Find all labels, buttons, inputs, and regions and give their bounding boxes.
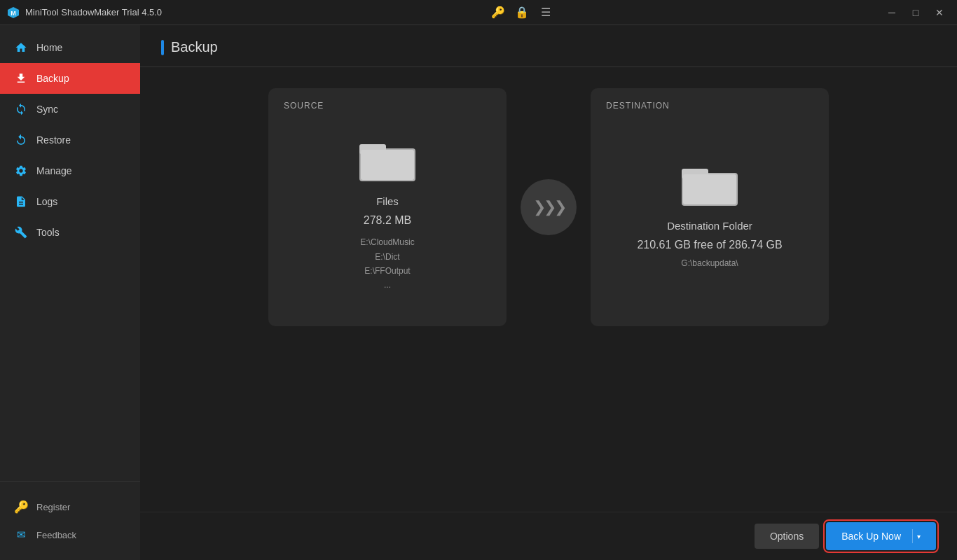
- backup-icon: [14, 71, 28, 85]
- destination-path: G:\backupdata\: [681, 258, 738, 268]
- register-icon: 🔑: [14, 500, 28, 514]
- source-name: Files: [376, 195, 399, 207]
- page-header: Backup: [140, 25, 957, 67]
- source-card[interactable]: SOURCE Files 278.2 MB E:\CloudMusic E:\D…: [268, 88, 507, 326]
- sidebar-item-sync-label: Sync: [36, 104, 58, 115]
- backup-cards: SOURCE Files 278.2 MB E:\CloudMusic E:\D…: [161, 88, 936, 326]
- bottom-bar: Options Back Up Now ▾: [140, 512, 957, 560]
- titlebar-left: M MiniTool ShadowMaker Trial 4.5.0: [7, 6, 162, 19]
- sidebar-item-restore[interactable]: Restore: [0, 125, 140, 155]
- dropdown-arrow-icon[interactable]: ▾: [917, 533, 921, 540]
- register-button[interactable]: 🔑 Register: [0, 493, 140, 521]
- destination-card[interactable]: DESTINATION Destination Folder 210.61 GB…: [591, 88, 829, 326]
- sync-icon: [14, 102, 28, 116]
- arrow-icon: ❯❯❯: [533, 198, 565, 216]
- app-title: MiniTool ShadowMaker Trial 4.5.0: [25, 7, 162, 18]
- backup-now-label: Back Up Now: [841, 531, 908, 542]
- source-path-2: E:\Dict: [360, 250, 414, 264]
- svg-text:M: M: [11, 10, 16, 17]
- maximize-button[interactable]: □: [905, 3, 926, 22]
- backup-area: SOURCE Files 278.2 MB E:\CloudMusic E:\D…: [140, 67, 957, 512]
- arrow-connector: ❯❯❯: [521, 179, 577, 235]
- svg-rect-7: [683, 174, 736, 204]
- source-path-1: E:\CloudMusic: [360, 235, 414, 249]
- sidebar-item-logs[interactable]: Logs: [0, 186, 140, 217]
- register-label: Register: [36, 502, 70, 512]
- minimize-button[interactable]: ─: [881, 3, 902, 22]
- source-label: SOURCE: [284, 101, 324, 111]
- window-controls: ─ □ ✕: [881, 3, 950, 22]
- destination-free: 210.61 GB free of 286.74 GB: [637, 239, 782, 251]
- titlebar-actions: 🔑 🔒 ☰: [488, 3, 556, 22]
- destination-name: Destination Folder: [667, 220, 752, 232]
- sidebar-item-home-label: Home: [36, 42, 62, 53]
- titlebar: M MiniTool ShadowMaker Trial 4.5.0 🔑 🔒 ☰…: [0, 0, 957, 25]
- source-size: 278.2 MB: [364, 214, 411, 227]
- page-title: Backup: [171, 39, 218, 55]
- sidebar-item-tools[interactable]: Tools: [0, 217, 140, 248]
- close-button[interactable]: ✕: [929, 3, 950, 22]
- source-path-3: E:\FFOutput: [360, 264, 414, 278]
- logs-icon: [14, 195, 28, 209]
- sidebar: Home Backup Sync Restore: [0, 25, 140, 560]
- sidebar-item-sync[interactable]: Sync: [0, 94, 140, 125]
- source-path-more: ...: [360, 278, 414, 292]
- manage-icon: [14, 164, 28, 178]
- app-logo: M: [7, 6, 20, 19]
- sidebar-nav: Home Backup Sync Restore: [0, 25, 140, 481]
- source-folder-icon: [359, 136, 415, 184]
- page-header-bar: [161, 40, 164, 55]
- app-body: Home Backup Sync Restore: [0, 25, 957, 560]
- home-icon: [14, 41, 28, 55]
- sidebar-item-manage[interactable]: Manage: [0, 155, 140, 186]
- source-paths: E:\CloudMusic E:\Dict E:\FFOutput ...: [360, 235, 414, 293]
- feedback-button[interactable]: ✉ Feedback: [0, 521, 140, 549]
- destination-label: DESTINATION: [606, 101, 670, 111]
- feedback-label: Feedback: [36, 530, 76, 540]
- restore-icon: [14, 133, 28, 147]
- sidebar-item-backup-label: Backup: [36, 73, 69, 84]
- sidebar-item-manage-label: Manage: [36, 165, 72, 176]
- sidebar-item-restore-label: Restore: [36, 134, 71, 146]
- feedback-icon: ✉: [14, 528, 28, 542]
- sidebar-item-backup[interactable]: Backup: [0, 63, 140, 94]
- btn-separator: [912, 529, 913, 543]
- lock-icon[interactable]: 🔒: [512, 3, 532, 22]
- svg-rect-4: [361, 150, 414, 180]
- sidebar-item-home[interactable]: Home: [0, 32, 140, 63]
- backup-now-button[interactable]: Back Up Now ▾: [826, 522, 936, 550]
- tools-icon: [14, 225, 28, 239]
- options-button[interactable]: Options: [755, 524, 819, 549]
- main-content: Backup SOURCE Files 278.2 MB: [140, 25, 957, 560]
- menu-icon[interactable]: ☰: [536, 3, 556, 22]
- destination-folder-icon: [682, 160, 738, 209]
- sidebar-item-tools-label: Tools: [36, 227, 60, 238]
- sidebar-item-logs-label: Logs: [36, 196, 57, 207]
- sidebar-bottom: 🔑 Register ✉ Feedback: [0, 481, 140, 560]
- key-icon[interactable]: 🔑: [488, 3, 508, 22]
